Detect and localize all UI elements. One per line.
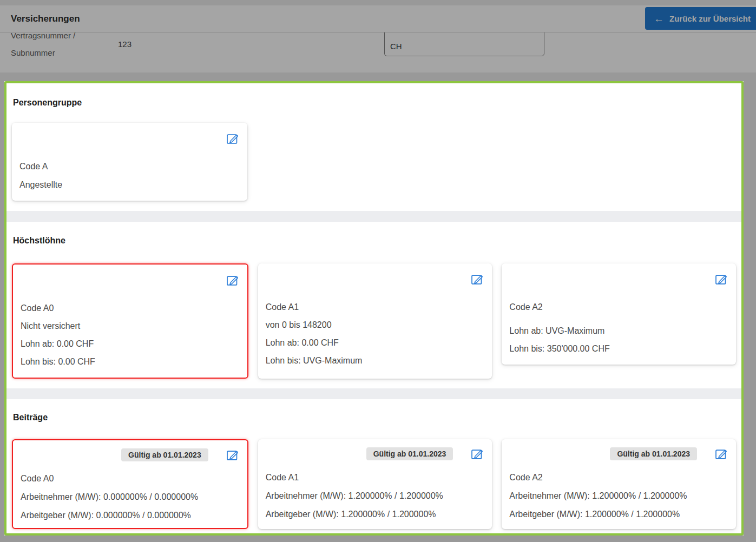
app-root: Versicherungen ← Zurück zur Übersicht Ve…: [0, 0, 756, 542]
card-line: Code A0: [21, 299, 240, 317]
card-line: Lohn ab: UVG-Maximum: [509, 322, 728, 340]
card-line: Code A1: [266, 468, 485, 487]
edit-button[interactable]: [713, 446, 728, 461]
hoechstloehne-card-row: Code A0 Nicht versichert Lohn ab: 0.00 C…: [12, 263, 736, 379]
card-line: Arbeitnehmer (M/W): 0.000000% / 0.000000…: [21, 488, 240, 506]
card-line: Lohn ab: 0.00 CHF: [266, 334, 485, 352]
section-title-personengruppe: Personengruppe: [13, 97, 82, 108]
card-line: Arbeitnehmer (M/W): 1.200000% / 1.200000…: [509, 487, 728, 505]
card-line: von 0 bis 148200: [266, 316, 485, 334]
dim-overlay-left: [0, 81, 4, 542]
edit-icon: [225, 131, 239, 146]
card-line: Lohn ab: 0.00 CHF: [21, 335, 240, 353]
contract-number-label: Vertragsnummer / Subnummer: [11, 32, 75, 62]
country-input-value: CH: [390, 42, 402, 51]
edit-icon: [470, 272, 484, 286]
validity-badge: Gültig ab 01.01.2023: [121, 448, 208, 461]
edit-icon: [470, 447, 484, 461]
card-hoechstlohn-a0: Code A0 Nicht versichert Lohn ab: 0.00 C…: [12, 263, 248, 379]
back-button-label: Zurück zur Übersicht: [669, 14, 751, 23]
card-hoechstlohn-a2: Code A2 Lohn ab: UVG-Maximum Lohn bis: 3…: [502, 263, 736, 365]
card-line: Lohn bis: 0.00 CHF: [21, 353, 240, 371]
card-line: Angestellte: [19, 176, 240, 194]
section-title-beitraege: Beiträge: [13, 412, 48, 423]
edit-icon: [714, 272, 728, 286]
page-title: Versicherungen: [11, 5, 80, 32]
edit-button[interactable]: [225, 273, 240, 288]
card-line: Code A2: [509, 468, 728, 487]
card-line: Nicht versichert: [21, 317, 240, 335]
dim-overlay-right: [744, 81, 756, 542]
edit-icon: [714, 447, 728, 461]
card-line: Arbeitgeber (M/W): 1.200000% / 1.200000%: [509, 505, 728, 524]
versicherung-detail-panel: Personengruppe Code A Angestellte: [4, 81, 744, 536]
back-button[interactable]: ← Zurück zur Übersicht: [645, 7, 756, 30]
edit-icon: [225, 273, 239, 287]
page-header: Versicherungen ← Zurück zur Übersicht: [0, 5, 756, 32]
edit-button[interactable]: [469, 272, 484, 287]
card-beitrag-a2: Gültig ab 01.01.2023 Code A2 Arbeitnehme…: [502, 439, 736, 529]
back-arrow-icon: ←: [654, 14, 664, 24]
card-line: Arbeitgeber (M/W): 1.200000% / 1.200000%: [266, 505, 485, 524]
contract-number-value: 123: [118, 39, 132, 49]
card-line: Lohn bis: UVG-Maximum: [266, 352, 485, 369]
card-line: Code A: [19, 157, 240, 176]
edit-icon: [225, 448, 239, 462]
card-line: Code A2: [509, 298, 728, 316]
card-line: Code A1: [266, 298, 485, 316]
validity-badge: Gültig ab 01.01.2023: [366, 447, 453, 460]
edit-button[interactable]: [225, 131, 240, 146]
card-line: Code A0: [21, 470, 240, 488]
edit-button[interactable]: [225, 447, 240, 462]
section-title-hoechstloehne: Höchstlöhne: [13, 235, 65, 246]
beitraege-card-row: Gültig ab 01.01.2023 Code A0 Arbeitnehme…: [12, 439, 736, 529]
card-hoechstlohn-a1: Code A1 von 0 bis 148200 Lohn ab: 0.00 C…: [258, 263, 492, 379]
country-input[interactable]: CH: [384, 32, 544, 56]
edit-button[interactable]: [713, 272, 728, 287]
card-personengruppe: Code A Angestellte: [12, 123, 247, 201]
edit-button[interactable]: [469, 446, 484, 461]
validity-badge: Gültig ab 01.01.2023: [610, 447, 697, 460]
section-divider: [6, 388, 741, 399]
contract-form: Vertragsnummer / Subnummer 123 CH: [0, 32, 756, 72]
card-beitrag-a0: Gültig ab 01.01.2023 Code A0 Arbeitnehme…: [12, 439, 248, 529]
card-beitrag-a1: Gültig ab 01.01.2023 Code A1 Arbeitnehme…: [258, 439, 492, 529]
section-divider: [6, 211, 741, 222]
card-line: Lohn bis: 350'000.00 CHF: [509, 340, 728, 358]
card-line: Arbeitgeber (M/W): 0.000000% / 0.000000%: [21, 506, 240, 525]
card-line: Arbeitnehmer (M/W): 1.200000% / 1.200000…: [266, 487, 485, 505]
dim-overlay-bottom: [4, 536, 744, 542]
